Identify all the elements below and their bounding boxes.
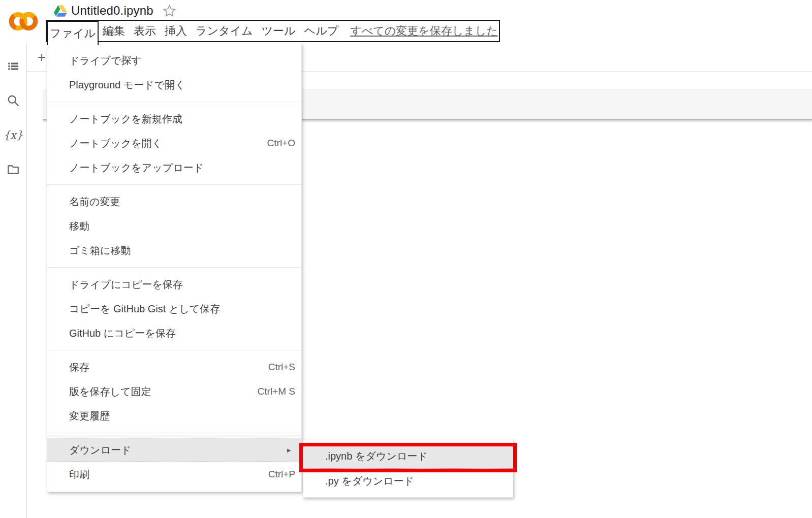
menu-help[interactable]: ヘルプ [304,23,339,39]
menu-item-label: 変更履歴 [69,409,110,423]
menu-item-label: 移動 [69,219,89,233]
star-icon[interactable] [163,4,176,18]
menu-item-save-copy-github[interactable]: GitHub にコピーを保存 [47,321,301,345]
menu-item-label: GitHub にコピーを保存 [69,327,176,340]
drive-icon [54,5,67,17]
menu-divider [47,350,301,350]
menu-item-print[interactable]: 印刷 Ctrl+P [47,462,301,487]
menu-item-shortcut: Ctrl+S [268,362,295,373]
menu-item-shortcut: Ctrl+M S [258,386,295,397]
menu-item-move-to-trash[interactable]: ゴミ箱に移動 [47,238,301,263]
menu-divider [47,267,301,268]
menu-item-locate-in-drive[interactable]: ドライブで探す [47,48,301,73]
menu-item-save-copy-drive[interactable]: ドライブにコピーを保存 [47,272,301,297]
menu-item-label: ダウンロード [69,443,131,457]
menu-item-shortcut: Ctrl+O [267,138,295,149]
menu-item-shortcut: Ctrl+P [268,469,295,480]
menu-item-move[interactable]: 移動 [47,214,301,238]
menubar: 編集 表示 挿入 ランタイム ツール ヘルプ すべての変更を保存しました [46,20,500,42]
submenu-item-download-py[interactable]: .py をダウンロード [303,469,513,493]
menu-item-label: ドライブで探す [69,54,142,68]
menu-item-label: 保存 [69,361,89,374]
colab-logo[interactable] [6,8,40,35]
menu-item-label: ドライブにコピーを保存 [69,278,183,292]
menu-item-upload-notebook[interactable]: ノートブックをアップロード [47,155,301,180]
menu-divider [47,433,301,433]
menu-view[interactable]: 表示 [134,23,156,39]
folder-icon[interactable] [6,163,20,177]
menu-divider [47,184,301,185]
submenu-item-download-ipynb[interactable]: .ipynb をダウンロード [303,444,513,469]
menu-item-label: .py をダウンロード [325,474,414,488]
titlebar: Untitled0.ipynb [54,2,176,19]
sidebar-divider [26,42,27,518]
menu-item-label: 印刷 [69,468,89,481]
menu-item-new-notebook[interactable]: ノートブックを新規作成 [47,107,301,131]
menu-item-save-copy-gist[interactable]: コピーを GitHub Gist として保存 [47,297,301,321]
menu-item-label: ゴミ箱に移動 [69,244,131,257]
save-status-link[interactable]: すべての変更を保存しました [350,23,498,39]
menu-item-save[interactable]: 保存 Ctrl+S [47,355,301,379]
menu-tools[interactable]: ツール [262,23,296,39]
menu-insert[interactable]: 挿入 [165,23,187,39]
menu-item-save-pin-revision[interactable]: 版を保存して固定 Ctrl+M S [47,379,301,404]
variables-icon[interactable]: {x} [6,128,20,142]
menu-item-label: ノートブックをアップロード [69,161,204,175]
menu-item-label: コピーを GitHub Gist として保存 [69,302,220,316]
document-title[interactable]: Untitled0.ipynb [71,4,153,18]
menu-item-open-playground[interactable]: Playground モードで開く [47,73,301,97]
menu-item-label: ノートブックを開く [69,137,162,150]
menu-item-revision-history[interactable]: 変更履歴 [47,404,301,428]
file-menu-dropdown: ドライブで探す Playground モードで開く ノートブックを新規作成 ノー… [47,43,302,492]
download-submenu: .ipynb をダウンロード .py をダウンロード [303,440,513,498]
menu-divider [47,102,301,102]
add-code-button[interactable]: + [38,50,46,66]
menu-edit[interactable]: 編集 [103,23,125,39]
menu-item-label: 版を保存して固定 [69,385,151,399]
search-icon[interactable] [6,93,20,108]
menu-item-label: .ipynb をダウンロード [325,449,428,463]
menu-item-download[interactable]: ダウンロード ► [47,438,301,462]
menu-runtime[interactable]: ランタイム [196,23,253,39]
menu-item-open-notebook[interactable]: ノートブックを開く Ctrl+O [47,131,301,155]
toc-icon[interactable] [6,59,20,73]
menu-item-label: Playground モードで開く [69,78,185,92]
submenu-arrow-icon: ► [286,446,292,454]
menu-item-label: ノートブックを新規作成 [69,112,182,126]
menu-file-active[interactable]: ファイル [47,21,99,45]
menu-item-rename[interactable]: 名前の変更 [47,189,301,214]
menu-item-label: 名前の変更 [69,195,120,209]
